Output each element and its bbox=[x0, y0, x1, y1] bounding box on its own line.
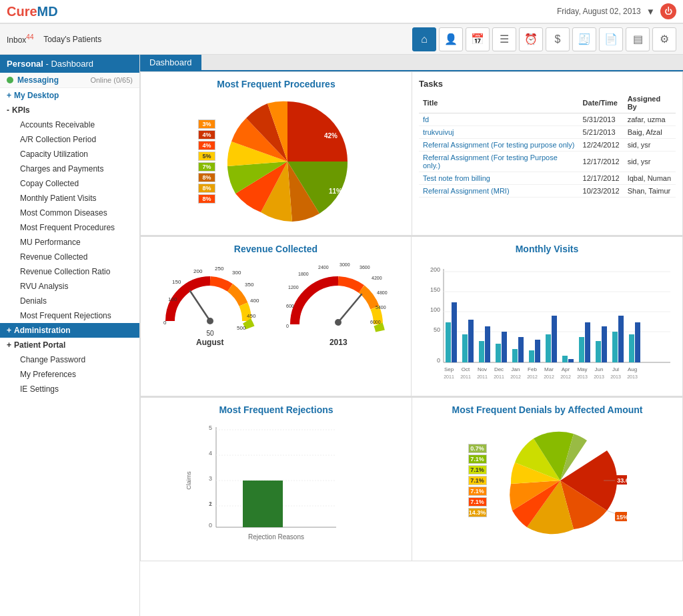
date-dropdown-button[interactable]: ▼ bbox=[646, 7, 655, 17]
sidebar-item-ie-settings[interactable]: IE Settings bbox=[0, 382, 139, 396]
svg-text:33.6%: 33.6% bbox=[617, 477, 627, 484]
alarm-icon[interactable]: ⏰ bbox=[519, 27, 543, 51]
svg-rect-43 bbox=[479, 341, 484, 362]
app-logo: CureMD bbox=[7, 4, 58, 19]
sidebar-item-revenue-ratio[interactable]: Revenue Collection Ratio bbox=[0, 264, 139, 279]
list-icon[interactable]: ☰ bbox=[492, 27, 516, 51]
rejections-chart: 5 4 3 2 0 Claims bbox=[183, 420, 370, 554]
sidebar-item-preferences[interactable]: My Preferences bbox=[0, 367, 139, 382]
sidebar-item-patient-portal[interactable]: + Patient Portal bbox=[0, 338, 139, 352]
sidebar-item-capacity[interactable]: Capacity Utilization bbox=[0, 147, 139, 162]
sidebar-item-administration[interactable]: + Administration bbox=[0, 323, 139, 338]
denial-legend-7.1e: 7.1% bbox=[468, 497, 487, 507]
svg-line-12 bbox=[190, 291, 210, 321]
tasks-col-date: Date/Time bbox=[579, 93, 624, 113]
task-5-link[interactable]: Test note from billing bbox=[423, 174, 490, 182]
messaging-label[interactable]: Messaging bbox=[17, 75, 90, 85]
svg-text:5: 5 bbox=[209, 424, 212, 431]
task-4-link[interactable]: Referral Assignment (For testing Purpose… bbox=[423, 153, 558, 170]
svg-point-13 bbox=[207, 318, 213, 324]
calendar-icon[interactable]: 📅 bbox=[466, 27, 490, 51]
svg-text:500: 500 bbox=[237, 325, 246, 331]
settings-icon[interactable]: ⚙ bbox=[652, 27, 676, 51]
sidebar-item-diseases[interactable]: Most Common Diseases bbox=[0, 206, 139, 220]
denials-title: Most Frequent Denials by Affected Amount bbox=[419, 404, 676, 415]
sidebar-item-procedures[interactable]: Most Frequent Procedures bbox=[0, 220, 139, 235]
task-row-1: fd 5/31/2013 zafar, uzma bbox=[419, 113, 676, 126]
procedures-panel: Most Frequent Procedures 3% 4% 4% 5% 7% … bbox=[140, 71, 412, 236]
today-patients-link[interactable]: Today's Patients bbox=[43, 35, 101, 44]
svg-rect-47 bbox=[512, 349, 518, 362]
home-icon[interactable]: ⌂ bbox=[412, 27, 436, 51]
app-header: CureMD Friday, August 02, 2013 ▼ ⏻ bbox=[0, 0, 683, 24]
bottom-grid: Most Frequent Rejections 5 4 3 2 0 Claim… bbox=[140, 396, 683, 561]
power-button[interactable]: ⏻ bbox=[660, 3, 676, 19]
sidebar-item-charges[interactable]: Charges and Payments bbox=[0, 162, 139, 176]
svg-rect-45 bbox=[496, 344, 501, 362]
sidebar-item-copay[interactable]: Copay Collected bbox=[0, 176, 139, 191]
svg-rect-39 bbox=[446, 322, 451, 362]
svg-text:2012: 2012 bbox=[527, 374, 538, 379]
svg-text:200: 200 bbox=[430, 266, 440, 273]
gauge-august: 0 100 150 200 250 300 350 400 450 500 bbox=[160, 261, 260, 347]
sidebar-item-rvu[interactable]: RVU Analysis bbox=[0, 279, 139, 294]
sidebar-item-denials[interactable]: Denials bbox=[0, 294, 139, 308]
rejections-panel: Most Frequent Rejections 5 4 3 2 0 Claim… bbox=[140, 397, 412, 561]
svg-text:2400: 2400 bbox=[318, 265, 329, 270]
task-6-date: 10/23/2012 bbox=[579, 185, 624, 198]
main-layout: Personal - Dashboard Messaging Online (0… bbox=[0, 55, 683, 616]
task-6-link[interactable]: Referral Assignment (MRI) bbox=[423, 187, 510, 195]
document-icon[interactable]: 📄 bbox=[599, 27, 623, 51]
svg-rect-54 bbox=[568, 359, 574, 362]
sidebar-item-monthly-visits[interactable]: Monthly Patient Visits bbox=[0, 191, 139, 206]
svg-text:450: 450 bbox=[247, 313, 256, 319]
svg-text:1: 1 bbox=[209, 501, 212, 507]
date-display: Friday, August 02, 2013 bbox=[557, 7, 641, 16]
sidebar-item-ar[interactable]: Accounts Receivable bbox=[0, 117, 139, 132]
tab-dashboard[interactable]: Dashboard bbox=[140, 55, 201, 70]
sidebar-item-change-password[interactable]: Change Password bbox=[0, 352, 139, 367]
film-icon[interactable]: ▤ bbox=[626, 27, 650, 51]
svg-text:3: 3 bbox=[209, 475, 212, 482]
svg-text:150: 150 bbox=[430, 286, 440, 293]
svg-text:Sep: Sep bbox=[444, 366, 454, 372]
denials-pie-chart: 33.6% 15% bbox=[494, 417, 627, 544]
tasks-title: Tasks bbox=[419, 79, 676, 89]
svg-text:2011: 2011 bbox=[494, 374, 504, 379]
dollar-icon[interactable]: $ bbox=[546, 27, 570, 51]
receipt-icon[interactable]: 🧾 bbox=[572, 27, 596, 51]
monthly-visits-title: Monthly Visits bbox=[418, 244, 676, 254]
svg-text:Mar: Mar bbox=[544, 366, 554, 372]
task-1-link[interactable]: fd bbox=[423, 115, 429, 123]
svg-text:15%: 15% bbox=[616, 514, 626, 521]
inbox-link[interactable]: Inbox44 bbox=[7, 33, 33, 45]
task-3-link[interactable]: Referral Assignment (For testing purpose… bbox=[423, 141, 574, 149]
sidebar-item-revenue[interactable]: Revenue Collected bbox=[0, 250, 139, 264]
kpis-icon: - bbox=[7, 104, 9, 116]
svg-text:400: 400 bbox=[250, 298, 259, 304]
monthly-visits-chart: 200 150 100 50 0 bbox=[424, 262, 670, 382]
header-right: Friday, August 02, 2013 ▼ ⏻ bbox=[557, 3, 676, 19]
sidebar-title: Personal bbox=[7, 59, 43, 69]
svg-text:2013: 2013 bbox=[594, 374, 604, 379]
legend-7pct: 7% bbox=[198, 162, 215, 172]
sidebar-item-mu[interactable]: MU Performance bbox=[0, 235, 139, 250]
svg-text:2011: 2011 bbox=[444, 374, 454, 379]
user-icon[interactable]: 👤 bbox=[439, 27, 463, 51]
sidebar-item-kpis[interactable]: - KPIs bbox=[0, 103, 139, 117]
procedures-title: Most Frequent Procedures bbox=[147, 79, 405, 89]
task-5-date: 12/17/2012 bbox=[579, 172, 624, 185]
svg-text:0: 0 bbox=[286, 324, 289, 328]
svg-rect-49 bbox=[529, 350, 534, 362]
legend-4pct-2: 4% bbox=[198, 141, 215, 150]
svg-text:300: 300 bbox=[232, 270, 241, 276]
svg-text:May: May bbox=[577, 366, 587, 372]
svg-rect-59 bbox=[612, 332, 618, 362]
svg-text:Apr: Apr bbox=[562, 366, 570, 372]
svg-text:2013: 2013 bbox=[610, 374, 621, 379]
sidebar-item-my-desktop[interactable]: + My Desktop bbox=[0, 88, 139, 103]
sidebar-item-ar-collection[interactable]: A/R Collection Period bbox=[0, 132, 139, 147]
task-2-link[interactable]: trukvuivuj bbox=[423, 128, 454, 136]
svg-text:3600: 3600 bbox=[360, 265, 370, 270]
sidebar-item-rejections[interactable]: Most Frequent Rejections bbox=[0, 308, 139, 323]
